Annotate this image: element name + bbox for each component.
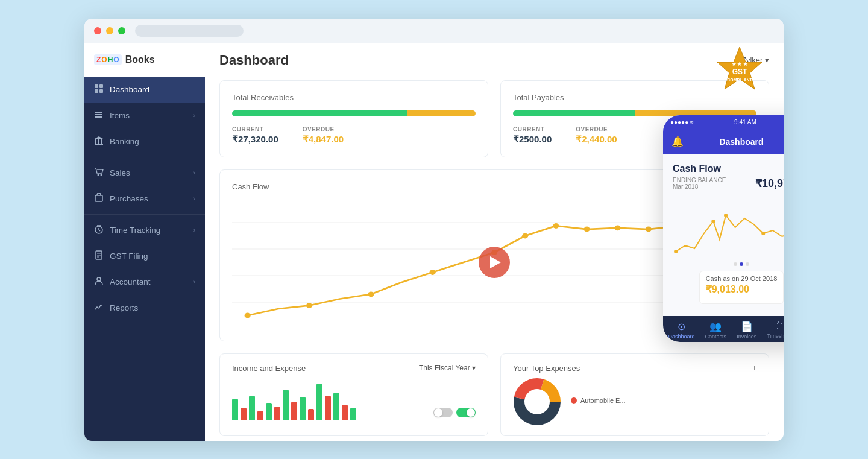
sidebar-item-gst-filing-label: GST Filing bbox=[110, 252, 148, 261]
divider-2 bbox=[84, 214, 205, 215]
gst-badge-svg: ★ ★ ★ GST COMPLIANT bbox=[712, 44, 767, 98]
income-bar-6 bbox=[316, 384, 322, 420]
payables-current-value: ₹2500.00 bbox=[513, 134, 552, 145]
phone-nav-title: Dashboard bbox=[719, 137, 763, 147]
svg-text:★ ★ ★: ★ ★ ★ bbox=[732, 62, 747, 67]
income-bar-3 bbox=[266, 403, 272, 420]
sidebar-item-banking[interactable]: Banking bbox=[84, 128, 205, 154]
income-bar-4 bbox=[283, 390, 289, 420]
sidebar-item-accountant-label: Accountant bbox=[110, 277, 151, 286]
phone-balance-row: ENDING BALANCE Mar 2018 ₹10,975.00 bbox=[673, 177, 784, 190]
svg-rect-0 bbox=[95, 84, 98, 88]
items-chevron-icon: › bbox=[193, 112, 195, 119]
svg-point-39 bbox=[761, 232, 765, 235]
sidebar-item-gst-filing[interactable]: GST Filing bbox=[84, 243, 205, 269]
footer-contacts-label: Contacts bbox=[705, 334, 727, 340]
gst-badge: ★ ★ ★ GST COMPLIANT bbox=[712, 44, 767, 98]
donut-svg bbox=[513, 378, 561, 426]
sidebar-item-time-tracking[interactable]: Time Tracking › bbox=[84, 217, 205, 243]
svg-rect-6 bbox=[101, 139, 102, 144]
dot-1 bbox=[734, 262, 737, 266]
svg-rect-1 bbox=[99, 84, 103, 88]
maximize-button[interactable] bbox=[118, 27, 125, 34]
sidebar-item-banking-label: Banking bbox=[110, 137, 139, 146]
expense-bar-1 bbox=[241, 408, 247, 420]
legend-label-automobile: Automobile E... bbox=[580, 397, 626, 404]
footer-dashboard-icon: ⊙ bbox=[678, 321, 685, 332]
phone-signal: ●●●●● ≈ bbox=[670, 119, 693, 125]
divider-1 bbox=[84, 157, 205, 157]
sales-icon bbox=[94, 167, 104, 179]
phone-balance: ₹10,975.00 bbox=[755, 177, 784, 190]
receivables-current-label: CURRENT ₹27,320.00 bbox=[232, 126, 278, 145]
svg-point-26 bbox=[615, 225, 621, 230]
receivables-current-bar bbox=[232, 110, 407, 116]
phone-card-title: Cash Flow bbox=[673, 163, 784, 174]
income-expense-header: Income and Expense This Fiscal Year ▾ bbox=[232, 364, 476, 373]
phone-cash-label: Cash as on 29 Oct 2018 ₹9,013.00 bbox=[673, 271, 784, 304]
sidebar-item-purchases[interactable]: Purchases › bbox=[84, 186, 205, 212]
phone-ending-label: ENDING BALANCE bbox=[673, 177, 726, 183]
sidebar: ZOHO Books Dashboard bbox=[84, 43, 205, 441]
income-bar-7 bbox=[333, 393, 339, 420]
svg-point-21 bbox=[430, 270, 436, 275]
fiscal-year-select[interactable]: This Fiscal Year ▾ bbox=[419, 364, 476, 372]
svg-point-36 bbox=[674, 250, 678, 253]
footer-invoices-label: Invoices bbox=[737, 334, 756, 340]
sidebar-item-items[interactable]: Items › bbox=[84, 103, 205, 128]
payables-overdue-label: OVERDUE ₹2,440.00 bbox=[576, 126, 617, 145]
phone-bell-icon[interactable]: 🔔 bbox=[671, 136, 684, 147]
sidebar-item-purchases-label: Purchases bbox=[110, 194, 148, 203]
top-expenses-title: Your Top Expenses bbox=[513, 364, 580, 373]
svg-point-18 bbox=[244, 312, 250, 318]
svg-rect-7 bbox=[95, 144, 103, 145]
phone-footer-timesheet[interactable]: ⏱ Timesheet bbox=[767, 321, 784, 340]
time-tracking-icon bbox=[94, 224, 104, 236]
income-bar-5 bbox=[300, 397, 306, 420]
phone-mockup: ●●●●● ≈ 9:41 AM 100% 🔔 Dashboard ↻ Cash … bbox=[663, 115, 784, 342]
play-button[interactable] bbox=[479, 247, 510, 278]
logo: ZOHO Books bbox=[84, 43, 205, 77]
svg-point-20 bbox=[368, 291, 374, 297]
expense-bar-7 bbox=[342, 405, 348, 420]
footer-invoices-icon: 📄 bbox=[741, 321, 753, 332]
top-expenses-header: Your Top Expenses T bbox=[513, 364, 756, 373]
gst-filing-icon bbox=[94, 250, 104, 262]
sidebar-item-accountant[interactable]: Accountant › bbox=[84, 269, 205, 295]
dot-3 bbox=[746, 262, 749, 266]
accountant-icon bbox=[94, 276, 104, 288]
phone-footer-invoices[interactable]: 📄 Invoices bbox=[737, 321, 756, 340]
svg-text:COMPLIANT: COMPLIANT bbox=[727, 78, 752, 82]
income-expense-card: Income and Expense This Fiscal Year ▾ bbox=[219, 353, 488, 436]
sidebar-item-dashboard[interactable]: Dashboard bbox=[84, 77, 205, 103]
svg-point-35 bbox=[526, 391, 548, 413]
reports-icon bbox=[94, 302, 104, 314]
phone-footer: ⊙ Dashboard 👥 Contacts 📄 Invoices ⏱ Time… bbox=[663, 316, 784, 342]
svg-point-9 bbox=[101, 174, 102, 176]
svg-point-19 bbox=[306, 303, 312, 308]
url-bar[interactable] bbox=[135, 25, 244, 37]
expense-bar-4 bbox=[291, 402, 297, 420]
expense-bar-6 bbox=[325, 396, 331, 420]
phone-footer-dashboard[interactable]: ⊙ Dashboard bbox=[668, 321, 695, 340]
page-title: Dashboard bbox=[219, 52, 289, 68]
sidebar-item-time-tracking-label: Time Tracking bbox=[110, 226, 160, 235]
svg-point-25 bbox=[583, 226, 590, 232]
sidebar-item-reports[interactable]: Reports bbox=[84, 295, 205, 321]
sidebar-item-sales[interactable]: Sales › bbox=[84, 160, 205, 186]
phone-ending-period: Mar 2018 bbox=[673, 183, 726, 190]
close-button[interactable] bbox=[94, 27, 101, 34]
minimize-button[interactable] bbox=[106, 27, 113, 34]
footer-contacts-icon: 👥 bbox=[709, 321, 722, 332]
phone-nav: 🔔 Dashboard ↻ bbox=[663, 130, 784, 154]
expenses-donut bbox=[513, 378, 561, 426]
svg-point-37 bbox=[711, 220, 715, 223]
svg-rect-5 bbox=[98, 139, 99, 144]
sidebar-item-sales-label: Sales bbox=[110, 168, 130, 177]
expense-legend: Automobile E... bbox=[571, 397, 626, 407]
phone-footer-contacts[interactable]: 👥 Contacts bbox=[705, 321, 727, 340]
phone-body: Cash Flow ENDING BALANCE Mar 2018 ₹10,97… bbox=[663, 154, 784, 316]
payables-overdue-value: ₹2,440.00 bbox=[576, 134, 617, 145]
content-header: Dashboard Zylker ▾ bbox=[205, 43, 784, 68]
sidebar-item-dashboard-label: Dashboard bbox=[110, 85, 149, 94]
